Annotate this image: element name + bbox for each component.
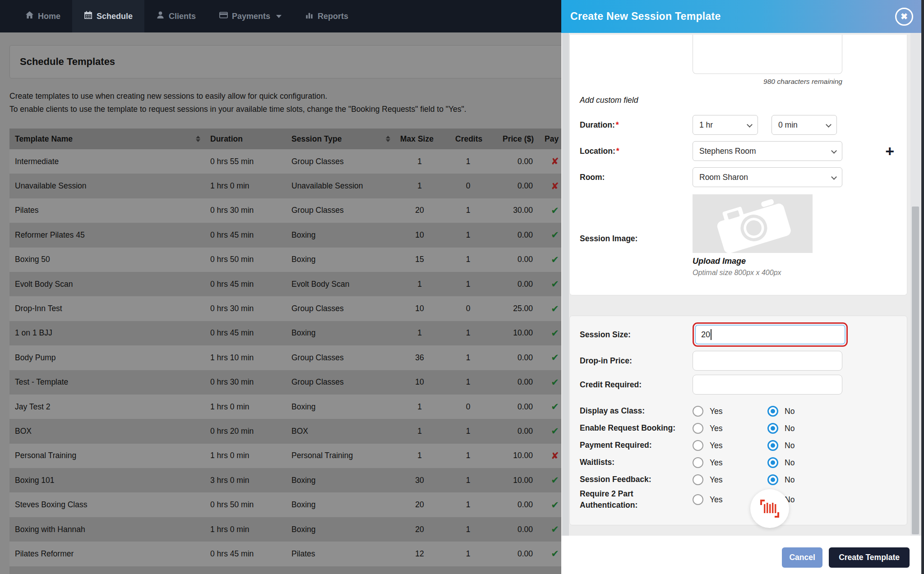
nav-item-reports[interactable]: Reports — [293, 0, 360, 32]
modal-section-settings: Session Size: 20 Drop-in Price: Credit R… — [569, 316, 907, 525]
chevron-down-icon — [826, 122, 832, 128]
modal-scrollbar[interactable] — [910, 33, 920, 536]
modal-header: Create New Session Template ✖ — [561, 0, 924, 33]
radio-no[interactable] — [767, 474, 778, 485]
room-label: Room: — [580, 173, 693, 182]
upload-image-link[interactable]: Upload Image — [693, 257, 746, 266]
location-label: Location:* — [580, 147, 693, 156]
camera-icon — [704, 194, 801, 253]
required-asterisk: * — [616, 147, 619, 156]
person-icon — [156, 11, 165, 22]
radio-no[interactable] — [767, 440, 778, 451]
nav-item-payments[interactable]: Payments — [208, 0, 293, 32]
credit-required-input[interactable] — [693, 375, 842, 395]
radio-no[interactable] — [767, 406, 778, 417]
location-select[interactable]: Stephens Room — [693, 141, 842, 161]
card-icon — [219, 11, 228, 22]
nav-item-home[interactable]: Home — [14, 0, 72, 32]
calendar-icon — [84, 11, 92, 22]
radio-yes[interactable] — [693, 423, 703, 434]
caret-down-icon — [276, 15, 282, 18]
modal-footer: Cancel Create Template — [561, 536, 924, 574]
radio-row: Payment Required: Yes No — [580, 437, 907, 454]
radio-yes[interactable] — [693, 457, 703, 468]
session-image-placeholder[interactable] — [693, 194, 813, 253]
cancel-button[interactable]: Cancel — [782, 547, 822, 568]
radio-yes[interactable] — [693, 494, 703, 505]
description-textarea[interactable] — [693, 35, 842, 74]
image-size-hint: Optimal size 800px x 400px — [693, 269, 907, 277]
radio-no[interactable] — [767, 457, 778, 468]
radio-no[interactable] — [767, 423, 778, 434]
radio-yes[interactable] — [693, 440, 703, 451]
duration-minutes-select[interactable]: 0 min — [772, 115, 837, 135]
highlight-ring: 20 — [693, 322, 848, 347]
dropin-price-label: Drop-in Price: — [580, 356, 693, 366]
session-size-input[interactable]: 20 — [695, 325, 845, 344]
room-select[interactable]: Room Sharon — [693, 167, 842, 187]
session-size-label: Session Size: — [580, 330, 693, 340]
add-location-plus-icon[interactable]: + — [885, 143, 894, 159]
chevron-down-icon — [831, 174, 837, 180]
close-icon: ✖ — [901, 12, 908, 21]
radio-row: Enable Request Booking: Yes No — [580, 420, 907, 437]
session-image-label: Session Image: — [580, 228, 693, 243]
radio-row: Session Feedback: Yes No — [580, 471, 907, 488]
home-icon — [25, 11, 34, 22]
close-button[interactable]: ✖ — [895, 8, 913, 26]
chevron-down-icon — [747, 122, 753, 128]
duration-hours-select[interactable]: 1 hr — [693, 115, 758, 135]
add-custom-field-link[interactable]: Add custom field — [580, 96, 638, 105]
radio-row: Display as Class: Yes No — [580, 403, 907, 420]
window-edge — [921, 0, 924, 574]
create-session-template-modal: Create New Session Template ✖ 980 charac… — [561, 0, 924, 574]
text-cursor — [711, 329, 711, 340]
nav-item-clients[interactable]: Clients — [144, 0, 208, 32]
radio-yes[interactable] — [693, 406, 703, 417]
barcode-scan-icon — [759, 499, 780, 519]
radio-yes[interactable] — [693, 474, 703, 485]
chevron-down-icon — [831, 148, 837, 154]
nav-item-schedule[interactable]: Schedule — [72, 0, 144, 32]
modal-title: Create New Session Template — [570, 10, 895, 23]
page-scrollbar[interactable] — [562, 33, 569, 536]
scrollbar-thumb[interactable] — [912, 207, 919, 534]
create-template-button[interactable]: Create Template — [829, 547, 910, 568]
bar-chart-icon — [305, 11, 314, 22]
characters-remaining: 980 characters remaining — [693, 78, 842, 86]
duration-label: Duration:* — [580, 120, 693, 130]
required-asterisk: * — [616, 120, 619, 129]
dropin-price-input[interactable] — [693, 351, 842, 371]
credit-required-label: Credit Required: — [580, 380, 693, 390]
modal-section-details: 980 characters remaining Add custom fiel… — [569, 35, 907, 295]
radio-row: Waitlists: Yes No — [580, 454, 907, 471]
modal-body: 980 characters remaining Add custom fiel… — [561, 33, 924, 536]
loading-badge — [750, 489, 789, 528]
radio-row: Require 2 Part Authentication: Yes No — [580, 488, 907, 511]
